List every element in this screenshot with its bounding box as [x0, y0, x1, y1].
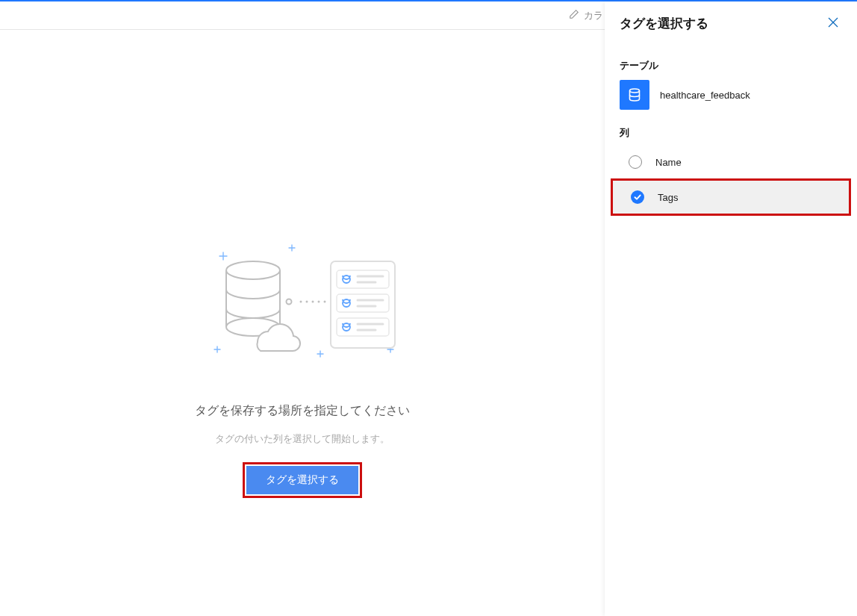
- section-label-table: テーブル: [605, 53, 857, 78]
- column-row-tags-highlight: Tags: [611, 178, 851, 216]
- panel-title: タグを選択する: [620, 15, 708, 32]
- svg-point-16: [318, 301, 320, 303]
- svg-point-10: [226, 261, 280, 279]
- svg-rect-18: [331, 261, 395, 348]
- section-label-column: 列: [605, 111, 857, 146]
- svg-point-17: [324, 301, 326, 303]
- select-tag-button[interactable]: タグを選択する: [246, 466, 358, 494]
- edit-link-label: カラ: [584, 9, 603, 22]
- panel-body: テーブル healthcare_feedback 列 Name: [605, 43, 857, 216]
- radio-checked-icon: [631, 190, 644, 204]
- database-icon: [620, 80, 649, 110]
- panel-header: タグを選択する: [605, 1, 857, 43]
- empty-state-title: タグを保存する場所を指定してください: [195, 403, 410, 419]
- table-name: healthcare_feedback: [660, 90, 750, 101]
- svg-point-13: [300, 301, 302, 303]
- svg-point-12: [287, 299, 292, 305]
- empty-state-illustration: [190, 239, 414, 373]
- column-name-label: Name: [655, 157, 682, 168]
- edit-link[interactable]: カラ: [569, 9, 603, 22]
- svg-point-15: [312, 301, 314, 303]
- column-row-name[interactable]: Name: [605, 146, 857, 178]
- empty-state-subtitle: タグの付いた列を選択して開始します。: [215, 432, 390, 446]
- main-content: タグを保存する場所を指定してください タグの付いた列を選択して開始します。 タグ…: [0, 30, 605, 616]
- column-name-label: Tags: [658, 192, 678, 203]
- close-button[interactable]: [824, 13, 842, 34]
- column-row-tags[interactable]: Tags: [613, 181, 849, 214]
- radio-unchecked-icon: [629, 155, 642, 169]
- svg-point-30: [630, 89, 640, 93]
- select-tag-button-highlight: タグを選択する: [243, 462, 362, 498]
- table-row[interactable]: healthcare_feedback: [605, 78, 857, 111]
- pencil-icon: [569, 9, 579, 22]
- svg-point-14: [306, 301, 308, 303]
- close-icon: [827, 19, 839, 31]
- side-panel: タグを選択する テーブル healthcare_feedback 列: [605, 1, 857, 616]
